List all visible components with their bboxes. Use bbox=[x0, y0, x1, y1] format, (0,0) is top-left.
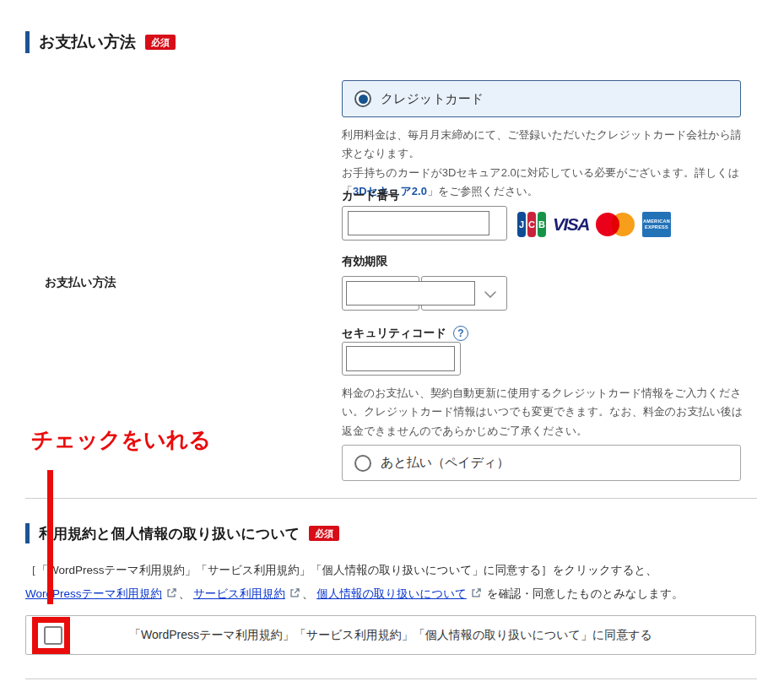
annotation-highlight-box bbox=[32, 617, 70, 654]
card-note: 料金のお支払い、契約自動更新に使用するクレジットカード情報をご入力ください。クレ… bbox=[342, 384, 745, 441]
annotation-pointer-line bbox=[47, 470, 53, 604]
credit-card-option[interactable]: クレジットカード bbox=[342, 80, 741, 117]
card-brand-icons: J C B VISA AMERICAN EXPRESS bbox=[517, 212, 671, 237]
payment-form-page: お支払い方法 必須 お支払い方法 クレジットカード 利用料金は、毎月月末締めにて… bbox=[0, 0, 784, 692]
radio-unselected-icon[interactable] bbox=[354, 455, 371, 472]
card-number-field-frame bbox=[342, 206, 507, 241]
payment-section-title: お支払い方法 bbox=[39, 31, 136, 53]
expiry-input[interactable] bbox=[346, 281, 475, 305]
jcb-icon: J C B bbox=[517, 212, 546, 237]
credit-note-2-post: 」をご参照ください。 bbox=[427, 185, 538, 197]
payment-section-header: お支払い方法 必須 bbox=[25, 31, 176, 53]
help-icon[interactable]: ? bbox=[453, 326, 468, 341]
terms-section-title: 利用規約と個人情報の取り扱いについて bbox=[39, 524, 300, 543]
mastercard-icon bbox=[596, 212, 635, 237]
external-link-icon bbox=[166, 587, 177, 598]
terms-description: ［「WordPressテーマ利用規約」「サービス利用規約」「個人情報の取り扱いに… bbox=[25, 559, 768, 605]
expiry-label: 有効期限 bbox=[342, 254, 387, 269]
paidy-option-label: あと払い（ペイディ） bbox=[381, 455, 509, 471]
terms-intro: ［「WordPressテーマ利用規約」「サービス利用規約」「個人情報の取り扱いに… bbox=[25, 564, 657, 576]
credit-card-option-label: クレジットカード bbox=[381, 91, 484, 107]
radio-selected-icon[interactable] bbox=[354, 90, 371, 107]
section-accent-bar bbox=[25, 523, 30, 543]
credit-note-1: 利用料金は、毎月月末締めにて、ご登録いただいたクレジットカード会社から請求となり… bbox=[342, 128, 742, 159]
card-number-label: カード番号 bbox=[342, 188, 399, 203]
section-accent-bar bbox=[25, 31, 30, 53]
card-number-input[interactable] bbox=[348, 211, 489, 235]
payment-row-label: お支払い方法 bbox=[45, 275, 116, 290]
terms-section-header: 利用規約と個人情報の取り扱いについて 必須 bbox=[25, 523, 339, 543]
agreement-row[interactable]: 「WordPressテーマ利用規約」「サービス利用規約」「個人情報の取り扱いにつ… bbox=[25, 615, 756, 655]
amex-icon: AMERICAN EXPRESS bbox=[642, 212, 671, 237]
wordpress-theme-terms-link[interactable]: WordPressテーマ利用規約 bbox=[25, 587, 162, 600]
bottom-divider bbox=[25, 678, 757, 679]
section-divider bbox=[25, 498, 757, 499]
privacy-policy-link[interactable]: 個人情報の取り扱いについて bbox=[316, 587, 467, 600]
visa-icon: VISA bbox=[553, 214, 589, 235]
agreement-label: 「WordPressテーマ利用規約」「サービス利用規約」「個人情報の取り扱いにつ… bbox=[129, 628, 652, 643]
security-code-label-row: セキュリティコード ? bbox=[342, 326, 468, 341]
expiry-field-group bbox=[342, 274, 511, 312]
security-code-input[interactable] bbox=[346, 346, 455, 371]
required-badge: 必須 bbox=[145, 35, 176, 50]
required-badge: 必須 bbox=[309, 526, 339, 541]
annotation-text: チェックをいれる bbox=[31, 425, 211, 455]
security-code-field-frame bbox=[342, 342, 461, 376]
credit-description: 利用料金は、毎月月末締めにて、ご登録いただいたクレジットカード会社から請求となり… bbox=[342, 126, 745, 201]
service-terms-link[interactable]: サービス利用規約 bbox=[193, 587, 285, 600]
chevron-down-icon bbox=[484, 291, 496, 299]
external-link-icon bbox=[289, 587, 300, 598]
external-link-icon bbox=[471, 587, 482, 598]
security-code-label: セキュリティコード bbox=[342, 326, 446, 341]
paidy-option[interactable]: あと払い（ペイディ） bbox=[342, 445, 741, 481]
terms-outro: を確認・同意したものとみなします。 bbox=[487, 587, 684, 600]
